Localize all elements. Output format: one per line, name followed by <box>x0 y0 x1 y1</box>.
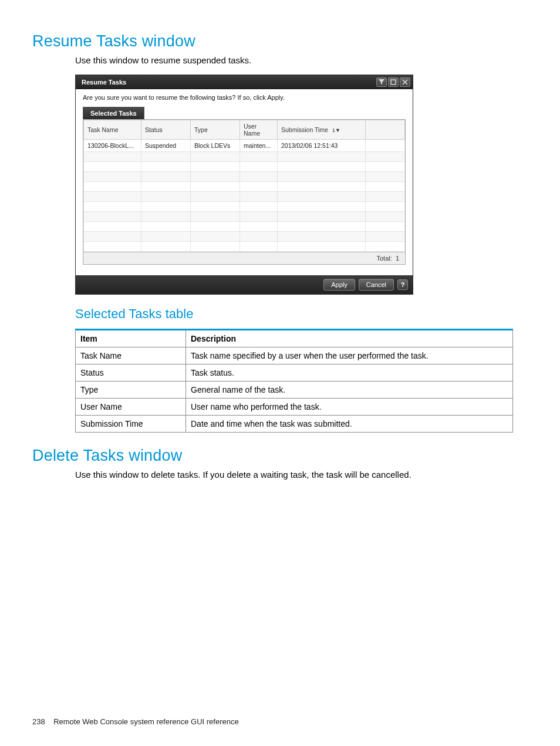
window-title: Resume Tasks <box>82 79 126 86</box>
tab-selected-tasks[interactable]: Selected Tasks <box>83 107 144 119</box>
page-footer: 238 Remote Web Console system reference … <box>32 717 239 726</box>
table-row <box>84 182 405 192</box>
col-status[interactable]: Status <box>141 120 191 140</box>
table-row <box>84 152 405 162</box>
table-row <box>84 212 405 222</box>
table-row <box>84 162 405 172</box>
doc-desc: Task name specified by a user when the u… <box>186 347 513 364</box>
doc-item: Task Name <box>76 347 186 364</box>
table-row <box>84 242 405 252</box>
confirm-prompt: Are you sure you want to resume the foll… <box>76 89 413 103</box>
doc-row: TypeGeneral name of the task. <box>76 382 513 399</box>
subsection-heading-selected-tasks-table: Selected Tasks table <box>75 306 528 322</box>
col-blank <box>366 120 405 140</box>
cell-status: Suspended <box>141 140 191 152</box>
total-label: Total: <box>376 255 392 262</box>
doc-row: Submission TimeDate and time when the ta… <box>76 416 513 433</box>
help-button[interactable]: ? <box>397 279 408 290</box>
doc-row: Task NameTask name specified by a user w… <box>76 347 513 364</box>
table-header-row: Task Name Status Type User Name Submissi… <box>84 120 405 140</box>
page-number: 238 <box>32 717 45 726</box>
section-intro-delete: Use this window to delete tasks. If you … <box>75 468 528 481</box>
doc-col-item: Item <box>76 330 186 347</box>
col-user-name[interactable]: User Name <box>240 120 278 140</box>
doc-desc: User name who performed the task. <box>186 399 513 416</box>
section-heading-resume: Resume Tasks window <box>32 32 528 50</box>
page-footer-text: Remote Web Console system reference GUI … <box>53 717 239 726</box>
resume-tasks-window: Resume Tasks Are you sure you want to re… <box>75 75 413 295</box>
table-row <box>84 232 405 242</box>
cell-type: Block LDEVs <box>191 140 240 152</box>
doc-item: Type <box>76 382 186 399</box>
apply-button[interactable]: Apply <box>323 279 355 291</box>
maximize-icon[interactable] <box>388 77 399 87</box>
close-icon[interactable] <box>400 77 410 87</box>
cell-task-name: 130206-BlockL... <box>84 140 141 152</box>
doc-item: Submission Time <box>76 416 186 433</box>
selected-tasks-table: Task Name Status Type User Name Submissi… <box>83 120 405 252</box>
table-row <box>84 222 405 232</box>
doc-row: User NameUser name who performed the tas… <box>76 399 513 416</box>
col-submission-time-label: Submission Time <box>281 126 328 133</box>
cell-user-name: mainten... <box>240 140 278 152</box>
col-submission-time[interactable]: Submission Time 1▼ <box>278 120 366 140</box>
table-row <box>84 202 405 212</box>
filter-icon[interactable] <box>376 77 387 87</box>
selected-tasks-doc-table: Item Description Task NameTask name spec… <box>75 329 513 433</box>
col-task-name[interactable]: Task Name <box>84 120 141 140</box>
doc-item: Status <box>76 364 186 382</box>
section-heading-delete: Delete Tasks window <box>32 447 528 465</box>
doc-desc: Task status. <box>186 364 513 382</box>
table-row <box>84 172 405 182</box>
table-row[interactable]: 130206-BlockL... Suspended Block LDEVs m… <box>84 140 405 152</box>
doc-desc: Date and time when the task was submitte… <box>186 416 513 433</box>
section-intro-resume: Use this window to resume suspended task… <box>75 54 528 66</box>
col-type[interactable]: Type <box>191 120 240 140</box>
total-value: 1 <box>396 255 399 262</box>
cancel-button[interactable]: Cancel <box>359 279 394 291</box>
table-total-footer: Total: 1 <box>83 252 405 264</box>
window-footer: Apply Cancel ? <box>76 275 413 294</box>
doc-col-desc: Description <box>186 330 513 347</box>
cell-submission-time: 2013/02/06 12:51:43 <box>278 140 366 152</box>
doc-desc: General name of the task. <box>186 382 513 399</box>
sort-indicator: 1▼ <box>332 127 340 133</box>
window-titlebar: Resume Tasks <box>76 75 413 89</box>
doc-item: User Name <box>76 399 186 416</box>
table-row <box>84 192 405 202</box>
cell-blank <box>366 140 405 152</box>
svg-rect-0 <box>391 80 396 85</box>
doc-row: StatusTask status. <box>76 364 513 382</box>
